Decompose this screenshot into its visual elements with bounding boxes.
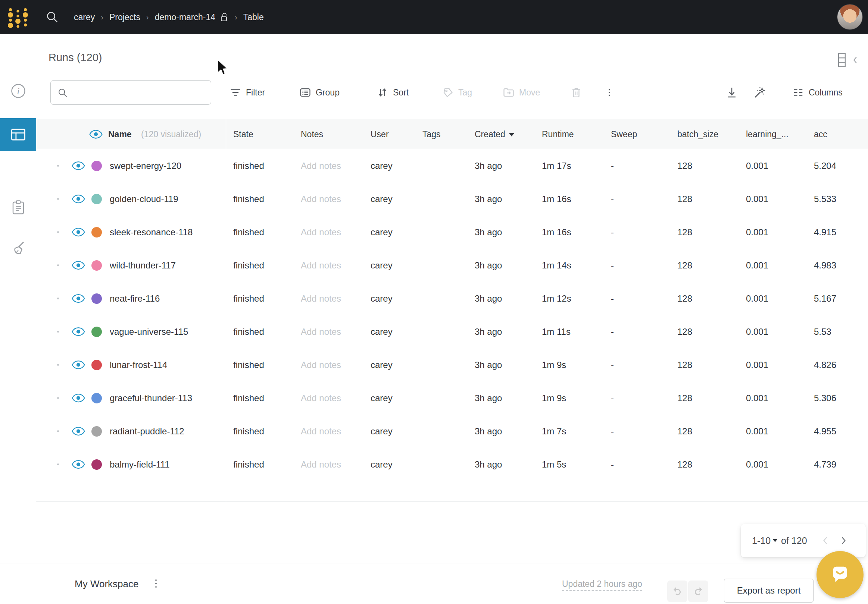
row-drag-handle[interactable]: [57, 298, 59, 300]
chevron-left-icon[interactable]: [851, 55, 860, 65]
undo-button[interactable]: [667, 581, 687, 602]
visualize-eye-icon[interactable]: [72, 261, 85, 270]
magic-wand-button[interactable]: [753, 83, 766, 102]
move-button[interactable]: Move: [503, 83, 540, 102]
run-batch-size: 128: [677, 315, 692, 348]
column-header-tags[interactable]: Tags: [422, 119, 441, 149]
run-acc: 4.826: [814, 348, 836, 382]
run-name-link[interactable]: neat-fire-116: [110, 282, 160, 315]
visualize-eye-icon[interactable]: [72, 393, 85, 403]
breadcrumb-entity[interactable]: carey: [74, 12, 95, 22]
breadcrumb-projects[interactable]: Projects: [109, 12, 140, 22]
export-as-report-button[interactable]: Export as report: [724, 579, 814, 602]
run-name-link[interactable]: radiant-puddle-112: [110, 415, 184, 448]
wandb-logo[interactable]: [6, 6, 30, 28]
columns-button[interactable]: Columns: [793, 83, 843, 102]
add-notes-field[interactable]: Add notes: [301, 448, 341, 481]
sidebar-item-runs-table[interactable]: [0, 118, 36, 151]
prev-page-icon[interactable]: [821, 536, 830, 545]
tag-button[interactable]: Tag: [442, 83, 472, 102]
visualize-eye-icon[interactable]: [72, 161, 85, 170]
row-drag-handle[interactable]: [57, 463, 59, 465]
redo-button[interactable]: [688, 581, 708, 602]
run-color-dot: [91, 161, 102, 171]
run-name-link[interactable]: wild-thunder-117: [110, 249, 176, 282]
visualize-all-eye-icon[interactable]: [89, 130, 102, 139]
avatar[interactable]: [837, 4, 863, 30]
column-header-sweep[interactable]: Sweep: [611, 119, 637, 149]
updated-timestamp[interactable]: Updated 2 hours ago: [562, 563, 642, 604]
add-notes-field[interactable]: Add notes: [301, 382, 341, 415]
visualize-eye-icon[interactable]: [72, 360, 85, 369]
add-notes-field[interactable]: Add notes: [301, 216, 341, 249]
add-notes-field[interactable]: Add notes: [301, 182, 341, 216]
run-name-link[interactable]: swept-energy-120: [110, 149, 181, 182]
run-runtime: 1m 17s: [542, 149, 571, 182]
delete-button[interactable]: [570, 83, 582, 102]
row-drag-handle[interactable]: [57, 165, 59, 167]
run-batch-size: 128: [677, 415, 692, 448]
add-notes-field[interactable]: Add notes: [301, 249, 341, 282]
run-user: carey: [370, 216, 392, 249]
add-notes-field[interactable]: Add notes: [301, 315, 341, 348]
chat-launcher[interactable]: [817, 551, 863, 598]
add-notes-field[interactable]: Add notes: [301, 415, 341, 448]
column-header-notes[interactable]: Notes: [301, 119, 323, 149]
page-range-dropdown[interactable]: 1-10: [752, 535, 777, 546]
add-notes-field[interactable]: Add notes: [301, 348, 341, 382]
run-name-link[interactable]: graceful-thunder-113: [110, 382, 192, 415]
sort-button[interactable]: Sort: [377, 83, 409, 102]
next-page-icon[interactable]: [839, 536, 848, 545]
search-icon[interactable]: [45, 11, 59, 24]
run-user: carey: [370, 182, 392, 216]
run-name-link[interactable]: golden-cloud-119: [110, 182, 178, 216]
run-name-link[interactable]: balmy-field-111: [110, 448, 170, 481]
row-drag-handle[interactable]: [57, 331, 59, 332]
runs-search-input[interactable]: [72, 82, 207, 103]
panel-stack-icon[interactable]: [837, 53, 847, 67]
row-drag-handle[interactable]: [57, 397, 59, 399]
workspace-selector[interactable]: My Workspace: [74, 563, 138, 604]
workspace-kebab-icon[interactable]: [152, 577, 160, 590]
table-row: vague-universe-115 finished Add notes ca…: [0, 315, 868, 348]
visualize-eye-icon[interactable]: [72, 426, 85, 436]
visualize-eye-icon[interactable]: [72, 294, 85, 303]
run-name-link[interactable]: sleek-resonance-118: [110, 216, 192, 249]
column-header-state[interactable]: State: [233, 119, 253, 149]
row-drag-handle[interactable]: [57, 364, 59, 366]
column-header-runtime[interactable]: Runtime: [542, 119, 574, 149]
column-header-name[interactable]: Name: [108, 119, 132, 149]
run-created: 3h ago: [475, 282, 502, 315]
download-button[interactable]: [725, 83, 738, 102]
visualize-eye-icon[interactable]: [72, 460, 85, 469]
run-runtime: 1m 12s: [542, 282, 571, 315]
breadcrumb-table[interactable]: Table: [243, 12, 264, 22]
run-name-link[interactable]: vague-universe-115: [110, 315, 188, 348]
run-state: finished: [233, 382, 264, 415]
column-header-user[interactable]: User: [370, 119, 389, 149]
filter-button[interactable]: Filter: [230, 83, 265, 102]
sidebar-item-overview[interactable]: i: [0, 74, 36, 107]
run-sweep: -: [611, 216, 614, 249]
row-drag-handle[interactable]: [57, 231, 59, 233]
add-notes-field[interactable]: Add notes: [301, 282, 341, 315]
row-drag-handle[interactable]: [57, 430, 59, 432]
table-row: radiant-puddle-112 finished Add notes ca…: [0, 415, 868, 448]
visualize-eye-icon[interactable]: [72, 227, 85, 237]
visualize-eye-icon[interactable]: [72, 327, 85, 336]
run-learning-rate: 0.001: [746, 348, 768, 382]
more-actions-button[interactable]: [604, 83, 614, 102]
run-name-link[interactable]: lunar-frost-114: [110, 348, 167, 382]
breadcrumb-project[interactable]: demo-march-14: [155, 12, 215, 22]
row-drag-handle[interactable]: [57, 264, 59, 266]
row-drag-handle[interactable]: [57, 198, 59, 200]
page-title: Runs (120): [48, 51, 102, 64]
column-header-batch-size[interactable]: batch_size: [677, 119, 718, 149]
column-header-learning-rate[interactable]: learning_...: [746, 119, 789, 149]
group-button[interactable]: Group: [300, 83, 339, 102]
add-notes-field[interactable]: Add notes: [301, 149, 341, 182]
column-header-created[interactable]: Created: [475, 119, 514, 149]
visualize-eye-icon[interactable]: [72, 194, 85, 204]
column-header-acc[interactable]: acc: [814, 119, 827, 149]
info-icon: i: [11, 83, 26, 99]
